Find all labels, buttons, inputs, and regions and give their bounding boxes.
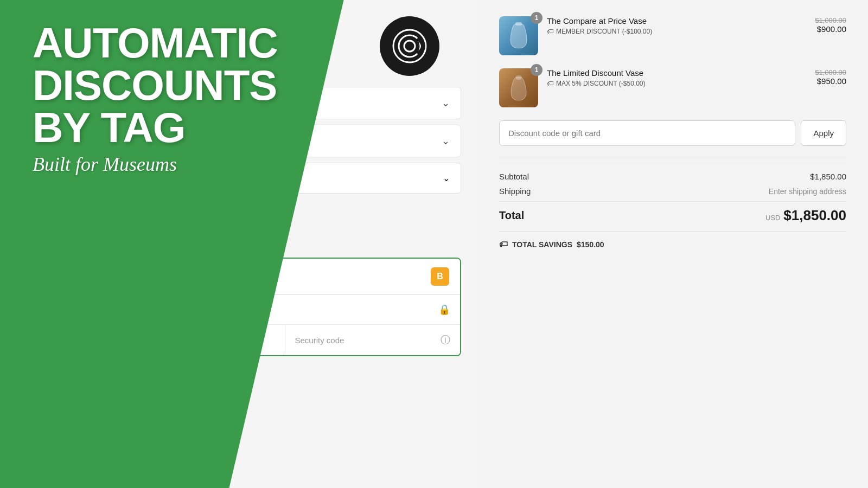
left-panel: AUTOMATIC DISCOUNTS BY TAG Built for Mus… [0,0,477,488]
checkout-form: ⌄ eet, San Francisco CA 94109, US ⌄ Free… [108,87,461,356]
shipping-section[interactable]: Free ⌄ [108,163,461,194]
payment-method-label: Credit card [120,272,163,281]
email-label: Email me with news and offers [124,205,234,214]
shipping-label: Shipping [499,187,531,196]
tag-icon-2: 🏷 [547,80,553,87]
product-prices-1: $1,000.00 $900.00 [815,16,846,34]
payment-subtitle: 🔒 All transactions are secure and encryp… [108,241,461,250]
logo-icon [380,16,439,76]
card-number-placeholder: Card number [119,305,167,314]
contact-section[interactable]: ⌄ [108,87,461,119]
savings-value: $150.00 [577,240,604,249]
product-original-2: $1,000.00 [815,68,846,76]
savings-row: 🏷 TOTAL SAVINGS $150.00 [499,232,846,249]
product-badge-1: 1 [531,12,542,24]
logo-container [380,16,439,76]
svg-rect-3 [515,22,522,25]
shipping-value: Free [120,174,137,183]
product-img-wrap-2: 1 [499,68,538,107]
payment-badge: B [431,267,449,286]
apply-button[interactable]: Apply [801,120,846,146]
divider-2 [499,201,846,202]
product-item-1: 1 The Compare at Price Vase 🏷 MEMBER DIS… [499,16,846,55]
totals-section: Subtotal $1,850.00 Shipping Enter shippi… [499,163,846,196]
expiry-placeholder: Expiration date (MM / YY) [119,336,212,345]
divider-1 [499,157,846,157]
tag-icon-1: 🏷 [547,28,553,35]
address-row-inner[interactable]: eet, San Francisco CA 94109, US ⌄ [120,135,450,147]
product-prices-2: $1,000.00 $950.00 [815,68,846,86]
savings-label: TOTAL SAVINGS [512,240,572,249]
product-discount-2: 🏷 MAX 5% DISCOUNT (-$50.00) [547,80,806,87]
security-field[interactable]: Security code ⓘ [285,325,461,355]
product-final-1: $900.00 [815,24,846,34]
savings-tag-icon: 🏷 [499,240,508,249]
lock-card-icon: 🔒 [438,304,450,316]
logo-svg [391,27,429,65]
security-help-icon: ⓘ [441,333,450,346]
product-discount-1: 🏷 MEMBER DISCOUNT (-$100.00) [547,28,806,35]
product-final-2: $950.00 [815,76,846,86]
lock-icon: 🔒 [108,241,118,250]
product-info-2: The Limited Discount Vase 🏷 MAX 5% DISCO… [547,68,806,87]
subtotal-label: Subtotal [499,172,529,181]
contact-chevron-icon: ⌄ [442,97,450,109]
vase-brown-svg [508,73,529,103]
product-badge-2: 1 [531,64,542,76]
payment-box: Credit card B Card number 🔒 Expiration d… [108,258,461,356]
email-row: Email me with news and offers [108,199,461,220]
address-text: eet, San Francisco CA 94109, US [120,137,241,146]
shipping-enter-address: Enter shipping address [769,187,846,196]
total-usd: USD [765,214,780,222]
product-img-wrap-1: 1 [499,16,538,55]
card-number-row[interactable]: Card number 🔒 [110,295,460,325]
svg-point-2 [404,41,415,52]
payment-title: Payment [108,225,461,239]
address-section: eet, San Francisco CA 94109, US ⌄ [108,125,461,157]
shipping-row: Shipping Enter shipping address [499,187,846,196]
total-value: $1,850.00 [783,207,846,224]
credit-card-header[interactable]: Credit card B [110,259,460,294]
grand-total-value-wrap: USD $1,850.00 [765,207,846,224]
right-panel: 1 The Compare at Price Vase 🏷 MEMBER DIS… [477,0,868,488]
product-item-2: 1 The Limited Discount Vase 🏷 MAX 5% DIS… [499,68,846,107]
product-name-2: The Limited Discount Vase [547,68,806,78]
payment-section: Payment 🔒 All transactions are secure an… [108,225,461,356]
subtotal-value: $1,850.00 [810,172,846,181]
card-bottom-row: Expiration date (MM / YY) Security code … [110,325,460,355]
svg-point-1 [399,35,420,57]
svg-point-4 [515,75,522,80]
vase-blue-svg [508,21,529,51]
product-original-1: $1,000.00 [815,16,846,24]
product-name-1: The Compare at Price Vase [547,16,806,25]
expiry-field[interactable]: Expiration date (MM / YY) [110,325,285,355]
card-fields: Card number 🔒 Expiration date (MM / YY) … [110,294,460,355]
security-placeholder: Security code [295,336,344,345]
subtotal-row: Subtotal $1,850.00 [499,172,846,181]
shipping-chevron-icon: ⌄ [443,173,450,183]
email-checkbox[interactable] [108,204,118,214]
product-info-1: The Compare at Price Vase 🏷 MEMBER DISCO… [547,16,806,35]
discount-row: Apply [499,120,846,146]
address-chevron-icon: ⌄ [442,135,450,147]
grand-total-row: Total USD $1,850.00 [499,207,846,224]
discount-input[interactable] [499,120,795,146]
total-label: Total [499,209,524,222]
